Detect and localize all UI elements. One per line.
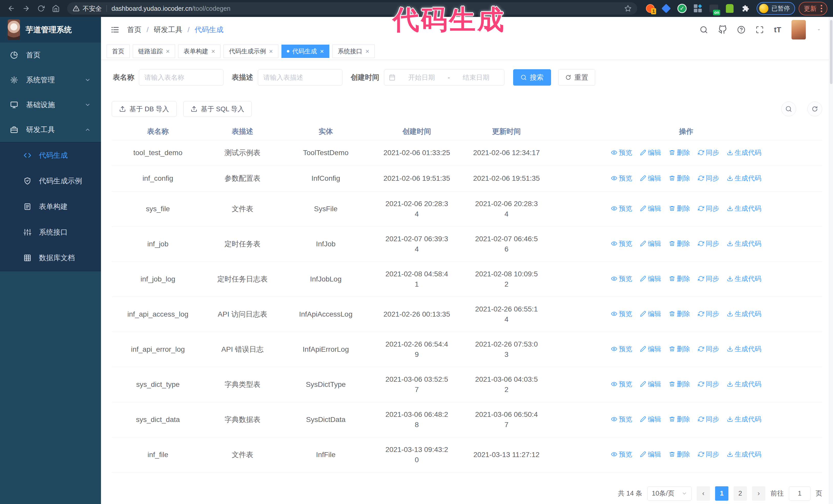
close-icon[interactable]: × [365, 48, 369, 55]
avatar-caret-icon[interactable] [816, 27, 822, 32]
scrollbar-thumb[interactable] [830, 20, 832, 84]
edit-link[interactable]: 编辑 [640, 379, 661, 389]
edit-link[interactable]: 编辑 [640, 147, 661, 158]
sidebar-item-db-doc[interactable]: 数据库文档 [0, 245, 101, 271]
edit-link[interactable]: 编辑 [640, 344, 661, 354]
security-chip[interactable]: 不安全 [73, 4, 102, 13]
sidebar-item-codegen[interactable]: 代码生成 [0, 143, 101, 168]
generate-code-link[interactable]: 生成代码 [727, 379, 761, 389]
extension-icon[interactable]: 1 [645, 4, 655, 13]
sidebar-item-codegen-example[interactable]: 代码生成示例 [0, 168, 101, 194]
breadcrumb-home[interactable]: 首页 [127, 25, 142, 34]
preview-link[interactable]: 预览 [611, 273, 632, 284]
tab-system-api[interactable]: 系统接口× [332, 45, 375, 58]
user-avatar[interactable] [791, 20, 806, 40]
browser-menu-icon[interactable] [821, 5, 822, 12]
extension-icon[interactable]: ✓ [677, 4, 687, 13]
page-button-1[interactable]: 1 [715, 486, 729, 501]
table-desc-input[interactable] [258, 69, 342, 86]
delete-link[interactable]: 删除 [669, 309, 690, 319]
sidebar-item-system[interactable]: 系统管理 [0, 67, 101, 92]
preview-link[interactable]: 预览 [611, 449, 632, 459]
delete-link[interactable]: 删除 [669, 173, 690, 183]
goto-page-input[interactable] [789, 486, 810, 501]
extension-icon[interactable] [661, 4, 671, 13]
sync-link[interactable]: 同步 [698, 414, 719, 424]
help-icon[interactable] [737, 26, 745, 34]
browser-forward-button[interactable] [21, 3, 32, 14]
generate-code-link[interactable]: 生成代码 [727, 203, 761, 214]
import-sql-button[interactable]: 基于 SQL 导入 [183, 101, 252, 117]
page-size-select[interactable]: 10条/页 [647, 486, 691, 501]
edit-link[interactable]: 编辑 [640, 449, 661, 459]
page-button-2[interactable]: 2 [734, 486, 747, 501]
browser-update-button[interactable]: 更新 [799, 2, 827, 16]
edit-link[interactable]: 编辑 [640, 238, 661, 249]
delete-link[interactable]: 删除 [669, 238, 690, 249]
preview-link[interactable]: 预览 [611, 173, 632, 183]
breadcrumb-devtools[interactable]: 研发工具 [154, 25, 183, 34]
preview-link[interactable]: 预览 [611, 203, 632, 214]
sync-link[interactable]: 同步 [698, 309, 719, 319]
date-range-picker[interactable]: 开始日期 - 结束日期 [384, 69, 504, 86]
refresh-table-button[interactable] [807, 101, 822, 116]
next-page-button[interactable]: › [752, 486, 765, 501]
import-db-button[interactable]: 基于 DB 导入 [112, 101, 176, 117]
extension-icon[interactable] [693, 4, 703, 13]
bookmark-star-icon[interactable] [624, 5, 632, 12]
extensions-puzzle-icon[interactable] [741, 4, 751, 13]
edit-link[interactable]: 编辑 [640, 273, 661, 284]
preview-link[interactable]: 预览 [611, 379, 632, 389]
table-name-input[interactable] [139, 69, 223, 86]
edit-link[interactable]: 编辑 [640, 414, 661, 424]
preview-link[interactable]: 预览 [611, 309, 632, 319]
sidebar-item-system-api[interactable]: 系统接口 [0, 219, 101, 245]
preview-link[interactable]: 预览 [611, 344, 632, 354]
sync-link[interactable]: 同步 [698, 203, 719, 214]
edit-link[interactable]: 编辑 [640, 173, 661, 183]
preview-link[interactable]: 预览 [611, 414, 632, 424]
close-icon[interactable]: × [320, 48, 324, 55]
edit-link[interactable]: 编辑 [640, 309, 661, 319]
close-icon[interactable]: × [166, 48, 170, 55]
generate-code-link[interactable]: 生成代码 [727, 414, 761, 424]
github-icon[interactable] [718, 25, 727, 34]
tab-tracing[interactable]: 链路追踪× [133, 45, 175, 58]
delete-link[interactable]: 删除 [669, 414, 690, 424]
browser-back-button[interactable] [6, 3, 17, 14]
generate-code-link[interactable]: 生成代码 [727, 344, 761, 354]
profile-paused-badge[interactable]: 已暂停 [757, 2, 795, 15]
tab-home[interactable]: 首页 [106, 45, 130, 58]
tab-codegen[interactable]: 代码生成× [281, 45, 329, 58]
delete-link[interactable]: 删除 [669, 449, 690, 459]
hamburger-icon[interactable] [110, 25, 119, 34]
sync-link[interactable]: 同步 [698, 344, 719, 354]
sync-link[interactable]: 同步 [698, 449, 719, 459]
browser-reload-button[interactable] [35, 3, 47, 14]
generate-code-link[interactable]: 生成代码 [727, 173, 761, 183]
prev-page-button[interactable]: ‹ [697, 486, 710, 501]
fullscreen-icon[interactable] [756, 26, 764, 34]
edit-link[interactable]: 编辑 [640, 203, 661, 214]
browser-home-button[interactable] [50, 3, 62, 14]
sync-link[interactable]: 同步 [698, 238, 719, 249]
generate-code-link[interactable]: 生成代码 [727, 273, 761, 284]
delete-link[interactable]: 删除 [669, 273, 690, 284]
reset-button[interactable]: 重置 [558, 69, 595, 86]
tab-codegen-example[interactable]: 代码生成示例× [223, 45, 278, 58]
close-icon[interactable]: × [269, 48, 273, 55]
header-search-icon[interactable] [700, 26, 708, 34]
preview-link[interactable]: 预览 [611, 238, 632, 249]
delete-link[interactable]: 删除 [669, 344, 690, 354]
extension-icon[interactable]: on [709, 4, 719, 13]
extension-icon[interactable] [725, 4, 735, 13]
generate-code-link[interactable]: 生成代码 [727, 238, 761, 249]
delete-link[interactable]: 删除 [669, 379, 690, 389]
sync-link[interactable]: 同步 [698, 173, 719, 183]
sidebar-item-infra[interactable]: 基础设施 [0, 92, 101, 117]
sync-link[interactable]: 同步 [698, 273, 719, 284]
generate-code-link[interactable]: 生成代码 [727, 449, 761, 459]
sync-link[interactable]: 同步 [698, 379, 719, 389]
sidebar-item-devtools[interactable]: 研发工具 [0, 117, 101, 142]
toggle-search-button[interactable] [781, 101, 796, 116]
